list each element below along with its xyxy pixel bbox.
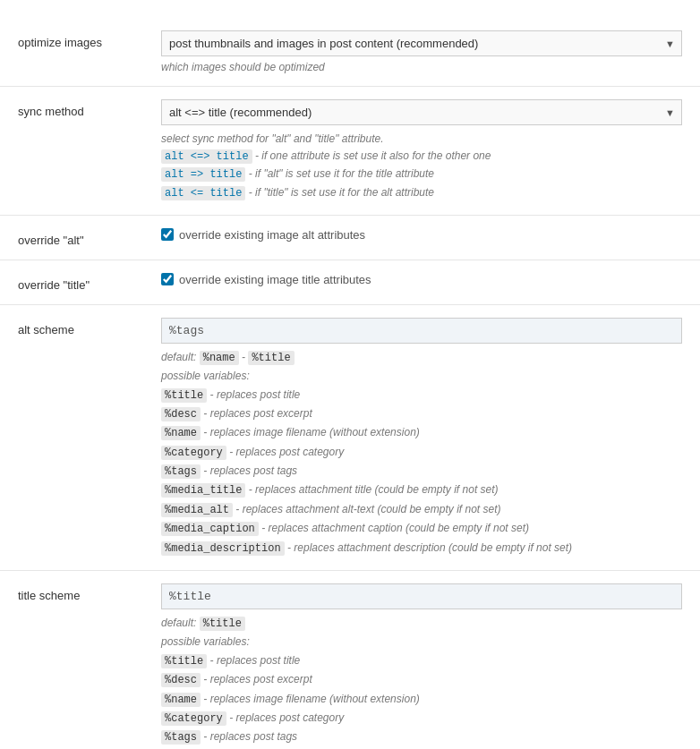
sync-code-1: alt <=> title — [161, 149, 252, 164]
alt-scheme-var-title: %title - replaces post title — [161, 386, 682, 404]
alt-scheme-label: alt scheme — [18, 318, 161, 336]
sync-method-row: sync method alt <=> title (recommended) … — [0, 87, 700, 216]
title-scheme-var-tags: %tags - replaces post tags — [161, 728, 682, 746]
title-scheme-var-name: %name - replaces image filename (without… — [161, 690, 682, 709]
alt-var-media-alt-code: %media_alt — [161, 503, 233, 517]
alt-var-tags-code: %tags — [161, 464, 201, 479]
sync-code-2: alt => title — [161, 167, 245, 182]
title-var-desc-code: %desc — [161, 673, 201, 687]
alt-scheme-row: alt scheme default: %name - %title possi… — [0, 305, 700, 571]
sync-method-select-wrapper: alt <=> title (recommended) alt => title… — [161, 99, 682, 125]
sync-desc-intro: select sync method for "alt" and "title"… — [161, 132, 384, 145]
override-alt-content: override existing image alt attributes — [161, 228, 682, 242]
alt-scheme-content: default: %name - %title possible variabl… — [161, 318, 682, 557]
optimize-images-select-wrapper: post thumbnails and images in post conte… — [161, 30, 682, 56]
sync-desc-line2: alt => title - if "alt" is set use it fo… — [161, 167, 434, 180]
title-scheme-content: default: %title possible variables: %tit… — [161, 583, 682, 749]
optimize-images-label: optimize images — [18, 30, 161, 49]
alt-scheme-input[interactable] — [161, 318, 682, 344]
alt-scheme-possible: possible variables: — [161, 367, 682, 385]
override-title-content: override existing image title attributes — [161, 273, 682, 286]
alt-var-category-code: %category — [161, 446, 226, 460]
alt-scheme-var-category: %category - replaces post category — [161, 443, 682, 462]
alt-scheme-default-code: %name — [200, 351, 239, 365]
title-var-title-code: %title — [161, 654, 207, 668]
title-scheme-default-code: %title — [200, 617, 245, 631]
optimize-images-content: post thumbnails and images in post conte… — [161, 30, 682, 73]
override-title-checkbox-label: override existing image title attributes — [179, 273, 371, 286]
optimize-images-row: optimize images post thumbnails and imag… — [0, 18, 700, 87]
alt-scheme-default-code2: %title — [248, 351, 294, 365]
alt-scheme-var-media-caption: %media_caption - replaces attachment cap… — [161, 519, 682, 538]
alt-scheme-var-desc: %desc - replaces post excerpt — [161, 404, 682, 423]
override-alt-label: override "alt" — [18, 228, 161, 247]
alt-var-title-code: %title — [161, 388, 207, 403]
sync-code-3: alt <= title — [161, 186, 245, 200]
override-title-checkbox[interactable] — [161, 273, 174, 285]
alt-scheme-var-media-desc: %media_description - replaces attachment… — [161, 539, 682, 557]
optimize-images-select[interactable]: post thumbnails and images in post conte… — [161, 30, 682, 56]
override-title-row: override "title" override existing image… — [0, 260, 700, 305]
title-var-category-code: %category — [161, 711, 226, 726]
override-alt-checkbox-row: override existing image alt attributes — [161, 228, 682, 242]
override-title-checkbox-row: override existing image title attributes — [161, 273, 682, 286]
title-scheme-input[interactable] — [161, 583, 682, 609]
title-scheme-help: default: %title possible variables: %tit… — [161, 614, 682, 749]
alt-scheme-var-media-title: %media_title - replaces attachment title… — [161, 481, 682, 499]
alt-var-name-code: %name — [161, 426, 201, 440]
sync-desc-line3: alt <= title - if "title" is set use it … — [161, 186, 434, 199]
title-scheme-var-title: %title - replaces post title — [161, 651, 682, 670]
optimize-images-help: which images should be optimized — [161, 61, 682, 73]
sync-method-description: select sync method for "alt" and "title"… — [161, 131, 682, 202]
alt-var-desc-code: %desc — [161, 407, 201, 421]
sync-desc-line1: alt <=> title - if one attribute is set … — [161, 149, 491, 162]
title-scheme-var-desc: %desc - replaces post excerpt — [161, 670, 682, 689]
alt-scheme-default: default: %name - %title — [161, 348, 682, 367]
title-var-name-code: %name — [161, 693, 201, 707]
title-scheme-label: title scheme — [18, 583, 161, 602]
alt-scheme-var-name: %name - replaces image filename (without… — [161, 423, 682, 442]
title-scheme-row: title scheme default: %title possible va… — [0, 571, 700, 749]
alt-var-media-caption-code: %media_caption — [161, 522, 259, 536]
alt-var-media-title-code: %media_title — [161, 483, 245, 498]
title-var-tags-code: %tags — [161, 730, 201, 745]
title-scheme-var-category: %category - replaces post category — [161, 709, 682, 728]
sync-method-label: sync method — [18, 99, 161, 118]
title-scheme-default: default: %title — [161, 614, 682, 633]
title-scheme-possible: possible variables: — [161, 633, 682, 651]
alt-scheme-help: default: %name - %title possible variabl… — [161, 348, 682, 557]
sync-method-content: alt <=> title (recommended) alt => title… — [161, 99, 682, 202]
alt-var-media-desc-code: %media_description — [161, 541, 285, 556]
alt-scheme-var-tags: %tags - replaces post tags — [161, 462, 682, 481]
sync-method-select[interactable]: alt <=> title (recommended) alt => title… — [161, 99, 682, 125]
override-alt-row: override "alt" override existing image a… — [0, 216, 700, 260]
override-title-label: override "title" — [18, 273, 161, 292]
alt-scheme-var-media-alt: %media_alt - replaces attachment alt-tex… — [161, 500, 682, 519]
override-alt-checkbox-label: override existing image alt attributes — [179, 228, 365, 242]
override-alt-checkbox[interactable] — [161, 228, 174, 241]
